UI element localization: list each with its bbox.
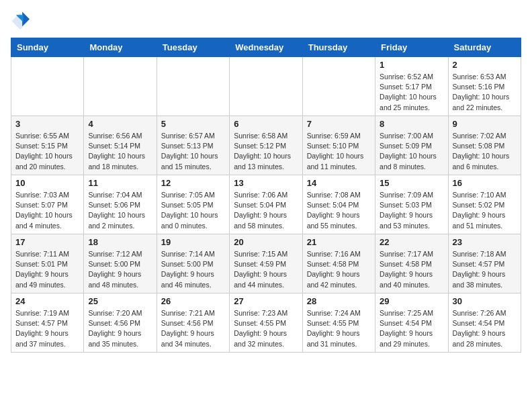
calendar-cell: 21Sunrise: 7:16 AM Sunset: 4:58 PM Dayli… [302,234,375,293]
calendar-cell: 19Sunrise: 7:14 AM Sunset: 5:00 PM Dayli… [157,234,229,293]
calendar-table: SundayMondayTuesdayWednesdayThursdayFrid… [11,38,521,353]
day-number: 4 [88,119,152,129]
calendar-week-row: 3Sunrise: 6:55 AM Sunset: 5:15 PM Daylig… [11,116,521,175]
calendar-cell [302,57,375,116]
calendar-cell: 28Sunrise: 7:24 AM Sunset: 4:55 PM Dayli… [302,293,375,353]
day-number: 15 [380,178,443,188]
calendar-cell: 13Sunrise: 7:06 AM Sunset: 5:04 PM Dayli… [230,175,302,234]
day-info: Sunrise: 7:05 AM Sunset: 5:05 PM Dayligh… [161,190,225,231]
calendar-cell: 17Sunrise: 7:11 AM Sunset: 5:01 PM Dayli… [11,234,84,293]
day-info: Sunrise: 7:16 AM Sunset: 4:58 PM Dayligh… [307,249,371,290]
calendar-cell: 23Sunrise: 7:18 AM Sunset: 4:57 PM Dayli… [448,234,521,293]
day-info: Sunrise: 6:55 AM Sunset: 5:15 PM Dayligh… [15,131,79,172]
day-info: Sunrise: 7:06 AM Sunset: 5:04 PM Dayligh… [234,190,298,231]
calendar-header: SundayMondayTuesdayWednesdayThursdayFrid… [11,38,521,57]
day-number: 11 [88,178,152,188]
day-number: 21 [307,237,371,247]
calendar-cell: 10Sunrise: 7:03 AM Sunset: 5:07 PM Dayli… [11,175,84,234]
day-info: Sunrise: 7:00 AM Sunset: 5:09 PM Dayligh… [380,131,443,172]
day-number: 7 [307,119,371,129]
day-info: Sunrise: 7:24 AM Sunset: 4:55 PM Dayligh… [307,308,371,349]
day-number: 30 [453,296,517,306]
day-number: 1 [380,60,443,70]
weekday-header: Thursday [302,38,375,57]
day-info: Sunrise: 7:17 AM Sunset: 4:58 PM Dayligh… [380,249,443,290]
calendar-cell: 6Sunrise: 6:58 AM Sunset: 5:12 PM Daylig… [230,116,302,175]
day-number: 2 [453,60,517,70]
day-number: 22 [380,237,443,247]
day-number: 23 [453,237,517,247]
day-info: Sunrise: 7:18 AM Sunset: 4:57 PM Dayligh… [453,249,517,290]
calendar-cell: 29Sunrise: 7:25 AM Sunset: 4:54 PM Dayli… [375,293,448,353]
calendar-cell [84,57,157,116]
calendar-cell: 3Sunrise: 6:55 AM Sunset: 5:15 PM Daylig… [11,116,84,175]
day-info: Sunrise: 6:53 AM Sunset: 5:16 PM Dayligh… [453,72,517,113]
day-number: 24 [15,296,79,306]
logo-icon [11,11,30,30]
calendar-cell: 20Sunrise: 7:15 AM Sunset: 4:59 PM Dayli… [230,234,302,293]
day-info: Sunrise: 7:10 AM Sunset: 5:02 PM Dayligh… [453,190,517,231]
day-info: Sunrise: 7:14 AM Sunset: 5:00 PM Dayligh… [161,249,225,290]
day-info: Sunrise: 7:23 AM Sunset: 4:55 PM Dayligh… [234,308,298,349]
calendar-cell: 7Sunrise: 6:59 AM Sunset: 5:10 PM Daylig… [302,116,375,175]
day-info: Sunrise: 7:04 AM Sunset: 5:06 PM Dayligh… [88,190,152,231]
day-number: 5 [161,119,225,129]
day-info: Sunrise: 7:26 AM Sunset: 4:54 PM Dayligh… [453,308,517,349]
day-number: 13 [234,178,298,188]
calendar-week-row: 1Sunrise: 6:52 AM Sunset: 5:17 PM Daylig… [11,57,521,116]
calendar-cell: 12Sunrise: 7:05 AM Sunset: 5:05 PM Dayli… [157,175,229,234]
day-info: Sunrise: 7:19 AM Sunset: 4:57 PM Dayligh… [15,308,79,349]
day-info: Sunrise: 7:12 AM Sunset: 5:00 PM Dayligh… [88,249,152,290]
day-info: Sunrise: 7:08 AM Sunset: 5:04 PM Dayligh… [307,190,371,231]
day-info: Sunrise: 6:59 AM Sunset: 5:10 PM Dayligh… [307,131,371,172]
calendar-body: 1Sunrise: 6:52 AM Sunset: 5:17 PM Daylig… [11,57,521,353]
day-info: Sunrise: 6:58 AM Sunset: 5:12 PM Dayligh… [234,131,298,172]
calendar-cell: 11Sunrise: 7:04 AM Sunset: 5:06 PM Dayli… [84,175,157,234]
day-number: 18 [88,237,152,247]
day-info: Sunrise: 7:21 AM Sunset: 4:56 PM Dayligh… [161,308,225,349]
day-number: 28 [307,296,371,306]
calendar-cell: 30Sunrise: 7:26 AM Sunset: 4:54 PM Dayli… [448,293,521,353]
day-info: Sunrise: 6:52 AM Sunset: 5:17 PM Dayligh… [380,72,443,113]
calendar-cell: 4Sunrise: 6:56 AM Sunset: 5:14 PM Daylig… [84,116,157,175]
calendar-week-row: 10Sunrise: 7:03 AM Sunset: 5:07 PM Dayli… [11,175,521,234]
calendar-cell [11,57,84,116]
calendar-cell: 25Sunrise: 7:20 AM Sunset: 4:56 PM Dayli… [84,293,157,353]
day-number: 10 [15,178,79,188]
calendar-cell: 5Sunrise: 6:57 AM Sunset: 5:13 PM Daylig… [157,116,229,175]
calendar-cell: 18Sunrise: 7:12 AM Sunset: 5:00 PM Dayli… [84,234,157,293]
calendar-cell: 27Sunrise: 7:23 AM Sunset: 4:55 PM Dayli… [230,293,302,353]
day-info: Sunrise: 7:03 AM Sunset: 5:07 PM Dayligh… [15,190,79,231]
day-number: 27 [234,296,298,306]
day-info: Sunrise: 7:25 AM Sunset: 4:54 PM Dayligh… [380,308,443,349]
day-info: Sunrise: 7:15 AM Sunset: 4:59 PM Dayligh… [234,249,298,290]
calendar-cell [157,57,229,116]
calendar-cell: 16Sunrise: 7:10 AM Sunset: 5:02 PM Dayli… [448,175,521,234]
calendar-week-row: 17Sunrise: 7:11 AM Sunset: 5:01 PM Dayli… [11,234,521,293]
weekday-header: Friday [375,38,448,57]
svg-marker-1 [22,12,30,27]
calendar-cell: 8Sunrise: 7:00 AM Sunset: 5:09 PM Daylig… [375,116,448,175]
calendar-week-row: 24Sunrise: 7:19 AM Sunset: 4:57 PM Dayli… [11,293,521,353]
day-number: 25 [88,296,152,306]
calendar-cell: 15Sunrise: 7:09 AM Sunset: 5:03 PM Dayli… [375,175,448,234]
day-info: Sunrise: 6:57 AM Sunset: 5:13 PM Dayligh… [161,131,225,172]
day-number: 12 [161,178,225,188]
day-info: Sunrise: 7:11 AM Sunset: 5:01 PM Dayligh… [15,249,79,290]
calendar-cell: 24Sunrise: 7:19 AM Sunset: 4:57 PM Dayli… [11,293,84,353]
calendar-cell: 26Sunrise: 7:21 AM Sunset: 4:56 PM Dayli… [157,293,229,353]
weekday-header: Tuesday [157,38,229,57]
day-number: 19 [161,237,225,247]
calendar-cell: 1Sunrise: 6:52 AM Sunset: 5:17 PM Daylig… [375,57,448,116]
logo [11,11,32,30]
day-info: Sunrise: 7:09 AM Sunset: 5:03 PM Dayligh… [380,190,443,231]
day-number: 8 [380,119,443,129]
day-number: 17 [15,237,79,247]
day-number: 9 [453,119,517,129]
weekday-header: Sunday [11,38,84,57]
weekday-header: Monday [84,38,157,57]
day-number: 6 [234,119,298,129]
calendar-cell [230,57,302,116]
day-number: 26 [161,296,225,306]
calendar-cell: 22Sunrise: 7:17 AM Sunset: 4:58 PM Dayli… [375,234,448,293]
